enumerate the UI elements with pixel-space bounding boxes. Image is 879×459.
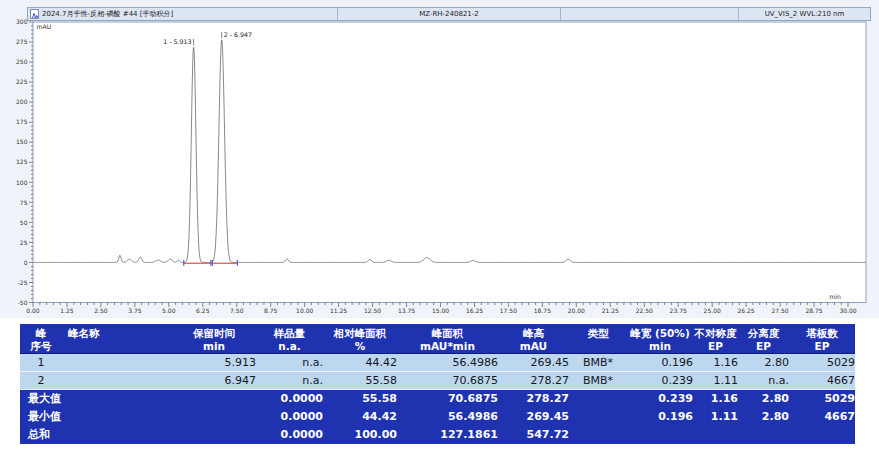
summary-cell [569, 426, 627, 444]
svg-text:7.50: 7.50 [230, 307, 244, 314]
svg-text:26.25: 26.25 [738, 307, 755, 314]
peak-cell: BMB* [569, 371, 627, 389]
summary-cell [172, 389, 256, 408]
peak-cell: 70.6875 [397, 371, 498, 389]
summary-cell: 4667 [789, 408, 855, 426]
col-header-4: 相对峰面积% [323, 324, 397, 353]
svg-text:75: 75 [20, 199, 28, 206]
summary-cell [789, 426, 855, 444]
peak-cell: 1 [20, 353, 62, 371]
svg-text:100: 100 [16, 179, 28, 186]
col-header-11: 塔板数EP [789, 324, 855, 353]
col-header-0: 峰序号 [20, 324, 62, 353]
peak-cell: 0.196 [627, 353, 693, 371]
svg-text:5.00: 5.00 [162, 307, 176, 314]
peak-cell: 1.11 [693, 371, 738, 389]
svg-text:2.50: 2.50 [94, 307, 108, 314]
y-axis-labels: -50-250255075100125150175200225250275300 [16, 18, 28, 306]
summary-cell: 0.239 [627, 389, 693, 408]
summary-cell: 269.45 [498, 408, 569, 426]
peak-cell: 6.947 [172, 371, 256, 389]
svg-text:23.75: 23.75 [670, 307, 687, 314]
svg-text:200: 200 [16, 98, 28, 105]
svg-text:175: 175 [16, 118, 28, 125]
peak-cell: n.a. [738, 371, 789, 389]
summary-cell [569, 389, 627, 408]
peak-cell [62, 353, 172, 371]
summary-row: 总和0.0000100.00127.1861547.72 [20, 426, 855, 444]
summary-cell: 100.00 [323, 426, 397, 444]
svg-text:-50: -50 [18, 299, 28, 306]
svg-text:1.25: 1.25 [60, 307, 74, 314]
summary-cell [627, 426, 693, 444]
peak-cell: 55.58 [323, 371, 397, 389]
peak-cell: BMB* [569, 353, 627, 371]
peak-cell: 269.45 [498, 353, 569, 371]
svg-text:225: 225 [16, 78, 28, 85]
svg-text:22.50: 22.50 [636, 307, 653, 314]
peak-cell: 2.80 [738, 353, 789, 371]
svg-text:10.00: 10.00 [296, 307, 313, 314]
svg-text:17.50: 17.50 [500, 307, 517, 314]
svg-text:25: 25 [20, 239, 28, 246]
summary-cell: 278.27 [498, 389, 569, 408]
peak-cell: 0.239 [627, 371, 693, 389]
svg-text:-25: -25 [18, 279, 28, 286]
x-axis-labels: 0.001.252.503.755.006.257.508.7510.0011.… [26, 307, 856, 314]
summary-cell: 547.72 [498, 426, 569, 444]
col-header-5: 峰面积mAU*min [397, 324, 498, 353]
col-header-9: 不对称度EP [693, 324, 738, 353]
summary-cell: 127.1861 [397, 426, 498, 444]
summary-cell: 2.80 [738, 408, 789, 426]
svg-text:11.25: 11.25 [330, 307, 347, 314]
svg-text:250: 250 [16, 58, 28, 65]
svg-text:50: 50 [20, 219, 28, 226]
peak-cell: 2 [20, 371, 62, 389]
peak-cell: 44.42 [323, 353, 397, 371]
peak-cell: n.a. [256, 353, 323, 371]
chromatogram-plot[interactable]: -50-250255075100125150175200225250275300… [0, 0, 879, 318]
svg-text:25.00: 25.00 [704, 307, 721, 314]
col-header-6: 峰高mAU [498, 324, 569, 353]
peak-cell: 278.27 [498, 371, 569, 389]
summary-cell: 2.80 [738, 389, 789, 408]
svg-text:27.50: 27.50 [772, 307, 789, 314]
summary-cell [172, 408, 256, 426]
svg-text:300: 300 [16, 18, 28, 25]
svg-text:125: 125 [16, 158, 28, 165]
svg-text:6.25: 6.25 [196, 307, 210, 314]
peak-row[interactable]: 26.947n.a.55.5870.6875278.27BMB*0.2391.1… [20, 371, 855, 389]
col-header-8: 峰宽 (50%)min [627, 324, 693, 353]
svg-text:0: 0 [24, 259, 28, 266]
summary-cell: 0.0000 [256, 389, 323, 408]
summary-cell [172, 426, 256, 444]
summary-row: 最小值0.000044.4256.4986269.450.1961.112.80… [20, 408, 855, 426]
peak-cell: 4667 [789, 371, 855, 389]
summary-cell [738, 426, 789, 444]
summary-cell: 56.4986 [397, 408, 498, 426]
y-unit-label: mAU [37, 23, 52, 30]
summary-cell: 70.6875 [397, 389, 498, 408]
summary-label: 最小值 [20, 408, 172, 426]
summary-cell: 44.42 [323, 408, 397, 426]
summary-cell [693, 426, 738, 444]
summary-cell: 5029 [789, 389, 855, 408]
summary-row: 最大值0.000055.5870.6875278.270.2391.162.80… [20, 389, 855, 408]
svg-text:30.00: 30.00 [839, 307, 856, 314]
svg-text:1 - 5.913: 1 - 5.913 [163, 38, 191, 45]
x-unit-label: min [829, 293, 841, 300]
col-header-2: 保留时间min [172, 324, 256, 353]
summary-cell: 0.0000 [256, 408, 323, 426]
col-header-3: 样品量n.a. [256, 324, 323, 353]
svg-text:13.75: 13.75 [398, 307, 415, 314]
svg-text:21.25: 21.25 [602, 307, 619, 314]
col-header-10: 分离度EP [738, 324, 789, 353]
peak-row[interactable]: 15.913n.a.44.4256.4986269.45BMB*0.1961.1… [20, 353, 855, 371]
col-header-7: 类型 [569, 324, 627, 353]
y-axis-ticks [29, 22, 33, 303]
svg-text:3.75: 3.75 [128, 307, 142, 314]
peak-cell [62, 371, 172, 389]
summary-label: 最大值 [20, 389, 172, 408]
peak-table-header-row: 峰序号峰名称保留时间min样品量n.a.相对峰面积%峰面积mAU*min峰高mA… [20, 324, 855, 353]
svg-text:12.50: 12.50 [364, 307, 381, 314]
